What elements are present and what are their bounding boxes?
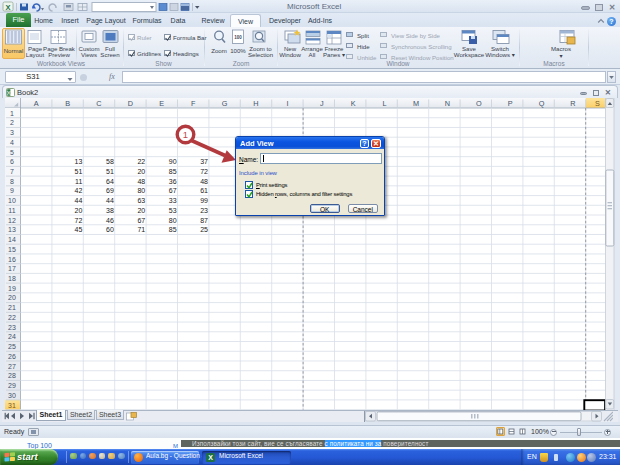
svg-text:71: 71 — [137, 226, 145, 233]
svg-text:12: 12 — [8, 217, 16, 224]
svg-text:2: 2 — [10, 119, 14, 126]
svg-text:19: 19 — [8, 285, 16, 292]
svg-text:22: 22 — [8, 314, 16, 321]
svg-text:69: 69 — [106, 187, 114, 194]
svg-text:87: 87 — [200, 217, 208, 224]
svg-text:A: A — [34, 99, 39, 108]
svg-text:99: 99 — [200, 197, 208, 204]
svg-text:1: 1 — [10, 110, 14, 117]
svg-text:H: H — [253, 99, 258, 108]
svg-text:85: 85 — [169, 226, 177, 233]
svg-text:51: 51 — [75, 168, 83, 175]
svg-text:13: 13 — [8, 226, 16, 233]
svg-text:38: 38 — [106, 207, 114, 214]
svg-text:11: 11 — [75, 178, 82, 185]
svg-text:33: 33 — [169, 197, 177, 204]
svg-text:20: 20 — [137, 168, 145, 175]
svg-text:46: 46 — [106, 217, 114, 224]
svg-text:100: 100 — [234, 35, 242, 40]
svg-text:Q: Q — [539, 99, 545, 108]
svg-text:13: 13 — [75, 158, 83, 165]
svg-text:48: 48 — [137, 178, 145, 185]
svg-text:E: E — [159, 99, 164, 108]
svg-text:L: L — [383, 99, 387, 108]
svg-text:S: S — [595, 99, 600, 108]
svg-text:48: 48 — [200, 178, 208, 185]
svg-text:64: 64 — [106, 178, 114, 185]
svg-text:9: 9 — [10, 187, 14, 194]
svg-text:60: 60 — [106, 226, 114, 233]
svg-text:25: 25 — [200, 226, 208, 233]
svg-text:O: O — [476, 99, 482, 108]
svg-text:J: J — [320, 99, 324, 108]
svg-text:28: 28 — [8, 372, 16, 379]
svg-text:11: 11 — [8, 207, 15, 214]
svg-text:20: 20 — [8, 294, 16, 301]
svg-text:44: 44 — [75, 197, 83, 204]
svg-text:42: 42 — [75, 187, 83, 194]
svg-text:18: 18 — [8, 275, 16, 282]
svg-text:30: 30 — [8, 392, 16, 399]
svg-text:1: 1 — [183, 129, 188, 140]
svg-text:23: 23 — [8, 324, 16, 331]
svg-text:80: 80 — [169, 217, 177, 224]
svg-text:14: 14 — [8, 236, 16, 243]
svg-text:25: 25 — [8, 343, 16, 350]
svg-text:24: 24 — [8, 333, 16, 340]
svg-text:31: 31 — [8, 402, 16, 409]
svg-text:16: 16 — [8, 256, 16, 263]
svg-text:27: 27 — [8, 363, 16, 370]
svg-text:61: 61 — [200, 187, 208, 194]
svg-text:23: 23 — [200, 207, 208, 214]
svg-text:B: B — [65, 99, 70, 108]
svg-text:M: M — [413, 99, 419, 108]
svg-text:P: P — [508, 99, 513, 108]
svg-text:4: 4 — [10, 139, 14, 146]
svg-text:21: 21 — [8, 304, 16, 311]
svg-text:X: X — [7, 90, 11, 96]
svg-text:R: R — [570, 99, 575, 108]
svg-text:67: 67 — [137, 217, 145, 224]
svg-text:20: 20 — [137, 207, 145, 214]
svg-text:F: F — [191, 99, 196, 108]
svg-text:58: 58 — [106, 158, 114, 165]
svg-text:10: 10 — [8, 197, 16, 204]
svg-text:D: D — [128, 99, 133, 108]
svg-text:C: C — [96, 99, 101, 108]
svg-text:5: 5 — [10, 149, 14, 156]
svg-text:45: 45 — [75, 226, 83, 233]
svg-text:15: 15 — [8, 246, 16, 253]
svg-text:7: 7 — [10, 168, 14, 175]
svg-text:26: 26 — [8, 353, 16, 360]
svg-text:X: X — [5, 3, 10, 12]
svg-text:63: 63 — [137, 197, 145, 204]
svg-text:44: 44 — [106, 197, 114, 204]
svg-text:6: 6 — [10, 158, 14, 165]
svg-text:3: 3 — [10, 129, 14, 136]
svg-text:N: N — [445, 99, 450, 108]
svg-text:51: 51 — [106, 168, 114, 175]
svg-text:67: 67 — [169, 187, 177, 194]
svg-text:G: G — [222, 99, 228, 108]
svg-text:I: I — [286, 99, 288, 108]
svg-text:K: K — [351, 99, 356, 108]
svg-text:8: 8 — [10, 178, 14, 185]
svg-text:17: 17 — [8, 265, 16, 272]
svg-text:53: 53 — [169, 207, 177, 214]
svg-text:36: 36 — [169, 178, 177, 185]
svg-text:80: 80 — [137, 187, 145, 194]
svg-text:20: 20 — [75, 207, 83, 214]
svg-text:72: 72 — [75, 217, 83, 224]
svg-text:29: 29 — [8, 382, 16, 389]
svg-text:22: 22 — [137, 158, 145, 165]
